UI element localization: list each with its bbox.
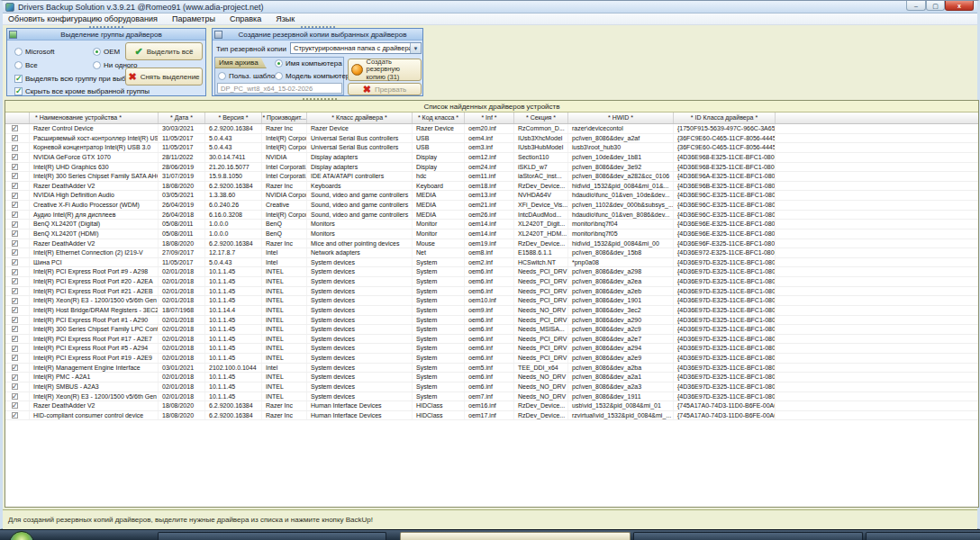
maximize-button[interactable]: ▢ xyxy=(926,1,945,11)
checkbox-select-whole-group-box[interactable] xyxy=(14,75,23,83)
header-checkbox-cell[interactable] xyxy=(5,112,30,123)
table-row[interactable]: Intel(R) SMBUS - A2A302/01/201810.1.1.45… xyxy=(5,382,978,392)
panel-grip[interactable] xyxy=(301,26,335,28)
table-row[interactable]: Creative X-Fi Audio Processor (WDM)26/04… xyxy=(5,201,978,211)
row-checkbox[interactable] xyxy=(12,240,18,247)
table-row[interactable]: Razer Control Device30/03/20216.2.9200.1… xyxy=(5,124,978,134)
table-row[interactable]: Intel(R) PCI Express Root Port #21 - A2E… xyxy=(5,287,978,297)
row-checkbox[interactable] xyxy=(12,154,18,160)
menu-help[interactable]: Справка xyxy=(230,14,261,23)
column-header[interactable]: * ID Класса драйвера * xyxy=(674,112,776,123)
table-row[interactable]: BenQ XL2420T (HDMI)05/08/20111.0.0.0BenQ… xyxy=(5,230,978,239)
row-checkbox[interactable] xyxy=(12,135,18,141)
checkbox-select-whole-group[interactable]: Выделять всю группу при выборе xyxy=(14,75,138,83)
row-checkbox[interactable] xyxy=(12,298,18,304)
row-checkbox[interactable] xyxy=(12,288,18,294)
table-row[interactable]: Razer DeathAdder V218/08/20206.2.9200.16… xyxy=(5,182,978,192)
row-checkbox[interactable] xyxy=(12,249,18,256)
table-row[interactable]: Intel(R) 300 Series Chipset Family SATA … xyxy=(5,172,978,182)
create-backup-button[interactable]: Создать резервную копию (31) xyxy=(348,58,422,81)
list-grip[interactable] xyxy=(303,98,337,100)
column-header[interactable]: * Версия * xyxy=(205,112,262,123)
table-row[interactable]: Intel(R) Management Engine Interface03/0… xyxy=(5,364,978,374)
table-row[interactable]: Intel(R) PCI Express Root Port #20 - A2E… xyxy=(5,277,978,287)
minimize-button[interactable]: – xyxy=(906,1,926,11)
title-bar[interactable]: Drivers Backup Solution v.3.9.21 @Romeo9… xyxy=(3,1,977,14)
table-row[interactable]: Intel(R) PCI Express Root Port #19 - A2E… xyxy=(5,354,978,364)
radio-computer-name-dot[interactable] xyxy=(275,59,283,68)
column-header[interactable]: * Класс драйвера * xyxy=(307,112,413,123)
radio-microsoft-dot[interactable] xyxy=(14,48,23,56)
row-checkbox[interactable] xyxy=(12,125,18,131)
table-row[interactable]: Intel(R) 300 Series Chipset Family LPC C… xyxy=(5,325,978,335)
table-row[interactable]: NVIDIA GeForce GTX 107028/11/202230.0.14… xyxy=(5,153,978,163)
row-checkbox[interactable] xyxy=(12,355,18,361)
menu-refresh-hardware[interactable]: Обновить конфигурацию оборудования xyxy=(8,14,158,23)
table-row[interactable]: Intel(R) PCI Express Root Port #9 - A298… xyxy=(5,267,978,277)
table-row[interactable]: NVIDIA High Definition Audio03/05/20211.… xyxy=(5,191,978,201)
radio-oem[interactable]: OEM xyxy=(93,48,120,56)
row-checkbox[interactable] xyxy=(12,259,18,266)
close-button[interactable]: x xyxy=(945,1,974,11)
column-header[interactable]: * HWID * xyxy=(568,112,674,123)
row-checkbox[interactable] xyxy=(12,183,18,189)
table-row[interactable]: Intel(R) Xeon(R) E3 - 1200/1500 v5/6th G… xyxy=(5,392,978,402)
row-checkbox[interactable] xyxy=(12,346,18,352)
table-row[interactable]: BenQ XL2420T (Digital)05/08/20111.0.0.0B… xyxy=(5,220,978,230)
table-row[interactable]: Расширяемый хост-контроллер Intel(R) USB… xyxy=(5,134,978,144)
taskbar-button-active[interactable] xyxy=(400,532,631,540)
radio-user-template-dot[interactable] xyxy=(218,72,226,80)
radio-user-template[interactable]: Польз. шаблон xyxy=(218,72,279,80)
table-row[interactable]: Intel(R) PMC - A2A102/01/201810.1.1.45IN… xyxy=(5,373,978,382)
row-checkbox[interactable] xyxy=(12,193,18,199)
table-row[interactable]: Аудио Intel(R) для дисплеев26/04/20186.1… xyxy=(5,211,978,220)
table-row[interactable]: Intel(R) PCI Express Root Port #17 - A2E… xyxy=(5,335,978,345)
table-row[interactable]: Корневой концентратор Intel(R) USB 3.011… xyxy=(5,143,978,153)
column-header[interactable]: * Наименование устройства * xyxy=(30,112,159,123)
row-checkbox[interactable] xyxy=(12,164,18,170)
row-checkbox[interactable] xyxy=(12,173,18,179)
start-button[interactable] xyxy=(9,531,34,540)
table-row[interactable]: Intel(R) UHD Graphics 63028/06/201921.20… xyxy=(5,163,978,173)
table-row[interactable]: Intel(R) Xeon(R) E3 - 1200/1500 v5/6th G… xyxy=(5,296,978,306)
table-row[interactable]: HID-compliant consumer control device18/… xyxy=(5,411,978,421)
menu-options[interactable]: Параметры xyxy=(172,14,215,23)
table-row[interactable]: Шина PCI11/05/20175.0.4.43IntelSystem de… xyxy=(5,258,978,268)
row-checkbox[interactable] xyxy=(12,317,18,323)
panel-grip[interactable] xyxy=(89,26,123,28)
row-checkbox[interactable] xyxy=(12,221,18,228)
archive-name-input[interactable]: DP_PC_wrt8_x64_15-02-2026 xyxy=(217,83,342,94)
row-checkbox[interactable] xyxy=(12,326,18,332)
column-header[interactable]: * Дата * xyxy=(159,112,205,123)
column-header[interactable]: * Код класса * xyxy=(413,112,465,123)
row-checkbox[interactable] xyxy=(12,393,18,400)
taskbar-button[interactable] xyxy=(633,532,863,540)
row-checkbox[interactable] xyxy=(12,269,18,275)
radio-all-dot[interactable] xyxy=(14,61,23,69)
deselect-button[interactable]: ✖ Снять выделение xyxy=(125,68,203,86)
row-checkbox[interactable] xyxy=(12,230,18,237)
menu-language[interactable]: Язык xyxy=(276,14,295,23)
checkbox-hide-others[interactable]: Скрыть все кроме выбранной группы xyxy=(14,87,150,95)
row-checkbox[interactable] xyxy=(12,307,18,313)
column-header[interactable]: * Секция * xyxy=(514,112,568,123)
table-row[interactable]: Intel(R) Ethernet Connection (2) I219-V2… xyxy=(5,248,978,258)
row-checkbox[interactable] xyxy=(12,336,18,342)
radio-computer-model-dot[interactable] xyxy=(275,72,283,80)
row-checkbox[interactable] xyxy=(12,402,18,409)
row-checkbox[interactable] xyxy=(12,278,18,284)
table-row[interactable]: Intel(R) PCI Express Root Port #1 - A290… xyxy=(5,316,978,326)
table-row[interactable]: Razer DeathAdder V218/08/20206.2.9200.16… xyxy=(5,239,978,249)
column-header[interactable]: * Inf * xyxy=(465,112,514,123)
checkbox-hide-others-box[interactable] xyxy=(14,87,23,95)
table-row[interactable]: Intel(R) PCI Express Root Port #5 - A294… xyxy=(5,344,978,354)
abort-button[interactable]: ✖ Прервать xyxy=(348,83,422,95)
row-checkbox[interactable] xyxy=(12,212,18,218)
select-all-button[interactable]: ✔ Выделить всё xyxy=(125,42,203,60)
radio-computer-name[interactable]: Имя компьютера xyxy=(275,59,342,68)
radio-computer-model[interactable]: Модель компьютера xyxy=(275,72,354,80)
chevron-down-icon[interactable]: ▼ xyxy=(410,43,421,53)
row-checkbox[interactable] xyxy=(12,145,18,151)
row-checkbox[interactable] xyxy=(12,374,18,381)
taskbar-button[interactable] xyxy=(158,532,386,540)
